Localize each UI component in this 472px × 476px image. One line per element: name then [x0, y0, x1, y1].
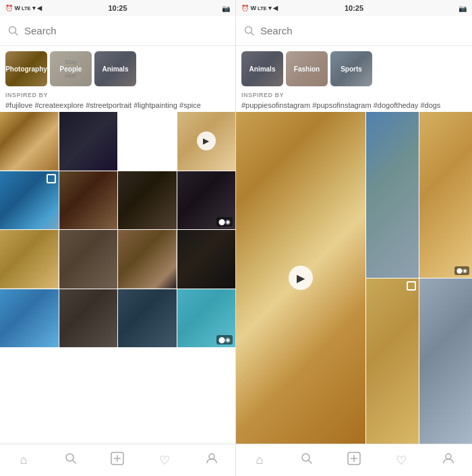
- grid-cell-phone[interactable]: [59, 112, 118, 171]
- right-bottom-nav: ⌂ ♡: [236, 444, 472, 476]
- nav-home-right[interactable]: ⌂: [246, 447, 273, 474]
- search-nav-icon: [65, 452, 77, 468]
- svg-point-15: [446, 454, 451, 459]
- category-sports-right[interactable]: Sports: [330, 51, 372, 86]
- grid-cell-doglay[interactable]: [366, 278, 419, 444]
- category-photography[interactable]: Photography: [5, 51, 47, 86]
- play-icon-large: ▶: [289, 266, 313, 290]
- grid-row-3: [0, 230, 235, 289]
- grid-cell-cave[interactable]: [59, 171, 118, 230]
- nav-search-left[interactable]: [57, 447, 84, 474]
- category-people[interactable]: StayPeopleaker People: [50, 51, 92, 86]
- left-search-input[interactable]: [24, 25, 227, 36]
- left-grid: ▶ ⬤◉: [0, 112, 235, 444]
- right-search-bar[interactable]: [236, 16, 472, 46]
- time-display: 10:25: [108, 4, 127, 12]
- nav-heart-right[interactable]: ♡: [388, 447, 415, 474]
- nav-home-left[interactable]: ⌂: [10, 447, 37, 474]
- svg-line-3: [73, 460, 76, 463]
- profile-icon: [206, 452, 218, 468]
- status-icons-left: ⏰ WLTE ▾ ◀: [5, 5, 42, 11]
- add-icon-right: [347, 452, 361, 469]
- home-icon-right: ⌂: [256, 453, 264, 467]
- category-fashion-right[interactable]: Fashion: [286, 51, 328, 86]
- right-panel: ⏰ WLTE ▾ ◀ 10:25 📷 Animals Fashion Sport…: [236, 0, 472, 476]
- grid-cell-coast[interactable]: [118, 112, 177, 171]
- grid-cell-rocks[interactable]: [59, 230, 118, 289]
- category-animals-right[interactable]: Animals: [241, 51, 283, 86]
- grid-row-1: ▶: [0, 112, 235, 171]
- camera-badge-2: ⬤◉: [216, 335, 233, 345]
- home-icon: ⌂: [20, 453, 27, 467]
- svg-line-9: [252, 32, 254, 35]
- grid-cell-room[interactable]: [118, 171, 177, 230]
- profile-icon-right: [442, 452, 454, 468]
- status-icons-right-left: ⏰ WLTE ▾ ◀: [241, 5, 278, 11]
- nav-add-left[interactable]: [104, 447, 131, 474]
- search-nav-icon-right: [301, 452, 313, 468]
- heart-icon-right: ♡: [396, 453, 407, 468]
- svg-point-2: [66, 454, 73, 461]
- svg-point-10: [302, 454, 309, 461]
- large-dog-cell[interactable]: ▶: [236, 112, 365, 444]
- grid-cell-text[interactable]: [118, 289, 177, 348]
- right-search-input[interactable]: [260, 25, 464, 36]
- camera-badge-1: ⬤◉: [216, 217, 233, 227]
- grid-cell-hose[interactable]: [419, 278, 472, 444]
- grid-cell-puppy[interactable]: ▶: [177, 112, 236, 171]
- grid-row-4: ⬤◉: [0, 289, 235, 348]
- search-icon-right: [244, 26, 255, 36]
- inspired-by-label-left: INSPIRED BY: [0, 89, 235, 100]
- nav-search-right[interactable]: [293, 447, 320, 474]
- hashtags-right: #puppiesofinstagram #pupsofinstagram #do…: [236, 100, 472, 112]
- left-search-bar[interactable]: [0, 16, 235, 46]
- category-animals-1[interactable]: Animals: [94, 51, 136, 86]
- inspired-by-label-right: INSPIRED BY: [236, 89, 472, 100]
- grid-cell-lioncubs[interactable]: [0, 230, 59, 289]
- grid-cell-golden[interactable]: ⬤◉: [419, 112, 472, 278]
- svg-line-1: [16, 32, 18, 35]
- left-panel: ⏰ WLTE ▾ ◀ 10:25 📷 Photography StayPeopl…: [0, 0, 236, 476]
- grid-cell-couple[interactable]: ⬤◉: [177, 171, 236, 230]
- grid-cell-blackcat[interactable]: [177, 230, 236, 289]
- nav-heart-left[interactable]: ♡: [151, 447, 178, 474]
- grid-cell-pool[interactable]: ⬤◉: [177, 289, 236, 348]
- svg-point-7: [209, 454, 214, 459]
- status-bar-right: ⏰ WLTE ▾ ◀ 10:25 📷: [236, 0, 472, 16]
- grid-cell-lion[interactable]: [0, 112, 59, 171]
- status-icons-right-right: 📷: [459, 5, 467, 12]
- square-badge: [47, 174, 56, 183]
- camera-badge-right: ⬤◉: [454, 266, 469, 275]
- heart-icon: ♡: [159, 453, 170, 468]
- add-icon: [111, 452, 124, 469]
- grid-cell-map[interactable]: [0, 289, 59, 348]
- status-icons-right: 📷: [222, 5, 230, 12]
- play-icon: ▶: [197, 131, 216, 150]
- square-badge-right: [407, 281, 416, 291]
- right-small-grid: ⬤◉: [366, 112, 472, 444]
- search-icon: [8, 26, 19, 36]
- status-bar-left: ⏰ WLTE ▾ ◀ 10:25 📷: [0, 0, 235, 16]
- grid-cell-gate[interactable]: [118, 230, 177, 289]
- grid-cell-eagle[interactable]: [366, 112, 419, 278]
- nav-add-right[interactable]: [341, 447, 367, 474]
- time-display-right: 10:25: [345, 4, 363, 12]
- svg-line-11: [309, 460, 312, 463]
- nav-profile-left[interactable]: [198, 447, 225, 474]
- grid-cell-hyena[interactable]: [59, 289, 118, 348]
- left-categories: Photography StayPeopleaker People Animal…: [0, 46, 235, 89]
- left-bottom-nav: ⌂ ♡: [0, 444, 235, 476]
- right-categories: Animals Fashion Sports: [236, 46, 472, 89]
- hashtags-left: #fujilove #createexplore #streetportrait…: [0, 100, 235, 112]
- grid-cell-island[interactable]: [0, 171, 59, 230]
- grid-row-2: ⬤◉: [0, 171, 235, 230]
- nav-profile-right[interactable]: [435, 447, 462, 474]
